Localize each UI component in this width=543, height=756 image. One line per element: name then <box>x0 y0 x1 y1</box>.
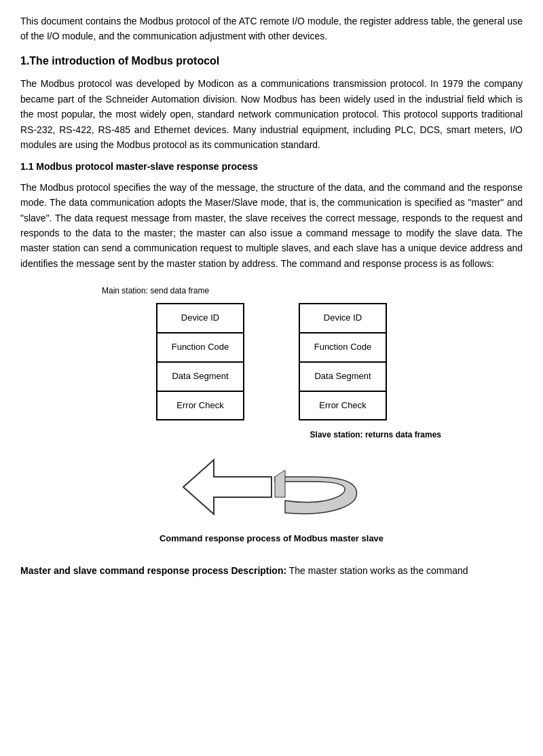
bottom-paragraph: Master and slave command response proces… <box>20 563 523 578</box>
right-function-code: Function Code <box>299 333 386 362</box>
left-frame: Device ID Function Code Data Segment Err… <box>156 303 244 420</box>
svg-marker-0 <box>183 460 272 514</box>
left-function-code: Function Code <box>157 333 244 362</box>
left-device-id: Device ID <box>157 304 244 333</box>
main-station-label: Main station: send data frame <box>102 285 209 298</box>
section11-title: 1.1 Modbus protocol master-slave respons… <box>20 159 523 174</box>
section1-paragraph1: The Modbus protocol was developed by Mod… <box>20 76 523 152</box>
intro-paragraph: This document contains the Modbus protoc… <box>20 14 523 44</box>
arrow-area <box>176 453 367 521</box>
left-data-segment: Data Segment <box>157 362 244 391</box>
bottom-bold: Master and slave command response proces… <box>20 565 286 576</box>
right-error-check: Error Check <box>299 391 386 420</box>
left-error-check: Error Check <box>157 391 244 420</box>
bottom-text-continuation: The master station works as the command <box>286 565 468 576</box>
response-arrow-svg <box>176 453 367 521</box>
svg-marker-1 <box>275 470 285 497</box>
diagram-caption: Command response process of Modbus maste… <box>160 532 383 546</box>
section11-paragraph1: The Modbus protocol specifies the way of… <box>20 180 523 271</box>
frames-row: Device ID Function Code Data Segment Err… <box>156 303 387 420</box>
section1-title: 1.The introduction of Modbus protocol <box>20 52 523 70</box>
right-data-segment: Data Segment <box>299 362 386 391</box>
diagram-area: Main station: send data frame Device ID … <box>20 285 523 556</box>
right-frame: Device ID Function Code Data Segment Err… <box>299 303 387 420</box>
slave-station-label: Slave station: returns data frames <box>310 429 441 442</box>
right-device-id: Device ID <box>299 304 386 333</box>
